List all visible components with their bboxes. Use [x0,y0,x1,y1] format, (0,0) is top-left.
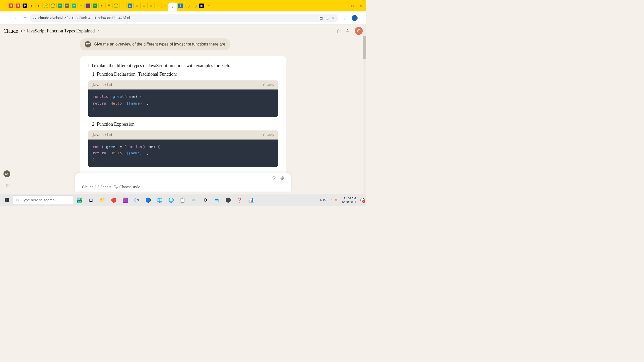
tab-favicon[interactable]: ▮▮ [149,4,153,8]
clipboard-icon [262,83,266,86]
obs-icon[interactable]: ⚫ [223,196,233,205]
install-app-icon[interactable]: ⬒ [319,16,323,20]
model-selector[interactable]: Claude 3.5 Sonnet [82,185,111,189]
copy-code-button[interactable]: Copy [262,133,274,137]
tab-favicon[interactable] [192,4,197,8]
file-explorer-icon[interactable]: 📁 [97,196,108,205]
message-input[interactable]: Claude 3.5 Sonnet Choose style [75,173,291,192]
clipboard-icon [262,133,266,137]
chrome-profile-icon[interactable]: 🌐 [166,196,176,205]
code-body[interactable]: const greet = function(name) { return `H… [88,140,278,167]
tab-favicon[interactable]: ▶ [37,4,41,8]
window-minimize-icon[interactable]: — [343,4,345,8]
code-block: javascript Copy const greet = function(n… [88,130,278,167]
taskbar-weather-widget[interactable]: 🏞️ [74,196,85,205]
atom-icon[interactable]: ⚛ [189,196,199,205]
back-button[interactable]: ← [2,15,9,21]
tab-favicon[interactable]: ✦ [79,4,83,8]
tray-network-icon[interactable]: 📶 [335,199,337,201]
tab-favicon[interactable]: ≡ [163,4,167,8]
active-tab[interactable]: × [168,3,177,11]
powershell-icon[interactable]: 🔵 [143,196,153,205]
tab-favicon[interactable]: P [23,4,27,8]
tab-favicon[interactable]: ▶ [30,4,34,8]
close-tab-icon[interactable]: × [172,5,174,9]
start-button[interactable] [2,196,12,205]
svg-point-7 [273,178,275,179]
share-icon[interactable]: ◷ [326,16,329,20]
code-body[interactable]: function greet(name) { return `Hello, ${… [88,89,278,117]
tray-expand-icon[interactable]: ˄ [331,199,333,201]
vscode-icon[interactable]: ⬒ [212,196,222,205]
chat-title-text: JavaScript Function Types Explained [27,28,95,33]
tray-user-label[interactable]: Nikk... [320,198,329,202]
page-scrollbar[interactable] [363,25,366,194]
svg-rect-8 [6,184,9,187]
settings-sliders-icon[interactable] [346,28,350,33]
attachment-icon[interactable] [280,176,284,181]
profile-avatar[interactable] [352,15,358,21]
extensions-icon[interactable]: ⬚ [340,15,346,21]
app-icon[interactable]: 📊 [246,196,256,205]
reload-button[interactable]: ⟳ [21,15,27,21]
task-view-icon[interactable]: ⊟ [86,196,96,205]
rstudio-icon[interactable]: Ⓡ [132,196,142,205]
tab-favicon[interactable]: + [93,4,97,8]
tab-favicon[interactable]: N [9,4,13,8]
svg-rect-10 [5,198,7,200]
tab-favicon[interactable]: 2 [178,4,183,8]
chrome-menu-icon[interactable]: ⋮ [360,16,364,20]
tab-favicon[interactable]: ▦ [199,4,204,8]
notifications-icon[interactable]: 💬4 [360,198,365,202]
forward-button[interactable]: → [11,15,18,21]
favorite-star-icon[interactable] [336,28,341,33]
taskbar-search-input[interactable] [22,198,70,202]
chrome-canary-icon[interactable]: 🔴 [109,196,119,205]
new-tab-button[interactable]: + [206,4,213,8]
tab-favicon[interactable]: ≡ [156,4,160,8]
svg-rect-12 [5,200,7,202]
user-avatar-rail[interactable]: CY [4,170,10,177]
collapse-sidebar-icon[interactable] [6,184,10,188]
window-close-icon[interactable]: ✕ [360,4,362,8]
copy-label: Copy [267,133,274,137]
tab-favicon[interactable]: API [44,4,48,8]
claude-logo[interactable]: Claude [4,28,18,34]
chevron-down-icon [141,186,144,188]
tab-favicon[interactable]: ✦ [58,4,62,8]
tab-favicon[interactable] [185,4,190,8]
window-maximize-icon[interactable]: ▢ [351,4,354,8]
tab-favicon[interactable]: M [107,4,111,8]
tab-favicon[interactable] [114,4,118,8]
settings-icon[interactable]: ⚙ [200,196,211,205]
tray-clock[interactable]: 11:54 AM 12/30/2024 [340,196,358,204]
tab-favicon[interactable]: ʋ [100,4,104,8]
taskbar-search[interactable] [13,196,73,205]
copy-code-button[interactable]: Copy [262,83,274,87]
tab-search-dropdown[interactable] [1,2,8,9]
new-chat-button[interactable] [355,27,363,35]
scrollbar-thumb[interactable] [363,36,366,59]
tab-favicon[interactable]: ⌂ [142,4,146,8]
tab-favicon[interactable]: ✦ [65,4,69,8]
tab-favicon[interactable]: ⊞ [128,4,132,8]
address-bar[interactable]: ⊶ claude.ai/chat/b5fc31b8-708b-4ec1-bd84… [30,14,338,22]
chat-title-dropdown[interactable]: JavaScript Function Types Explained [21,28,99,33]
notes-icon[interactable]: 📋 [177,196,188,205]
tab-favicon[interactable] [51,4,55,8]
app-icon[interactable]: 🟪 [120,196,131,205]
chrome-icon[interactable]: 🌐 [154,196,165,205]
tab-favicon[interactable]: ✦ [72,4,76,8]
help-icon[interactable]: ❓ [235,196,245,205]
browser-tab-strip: N N P ▶ ▶ API ✦ ✦ ✦ ✦ + ʋ M ♦ ⊞ ◉ ⌂ ▮▮ ≡… [0,0,366,11]
site-settings-icon[interactable]: ⊶ [33,16,36,20]
bookmark-star-icon[interactable]: ☆ [331,16,335,20]
svg-rect-5 [263,84,265,86]
tab-favicon[interactable]: ♦ [121,4,125,8]
tab-favicon[interactable]: N [16,4,20,8]
camera-icon[interactable] [272,176,276,181]
message-input-area: Claude 3.5 Sonnet Choose style [75,173,291,192]
style-picker[interactable]: Choose style [114,185,144,189]
tab-favicon[interactable]: ◉ [135,4,139,8]
tab-favicon[interactable] [86,4,90,8]
